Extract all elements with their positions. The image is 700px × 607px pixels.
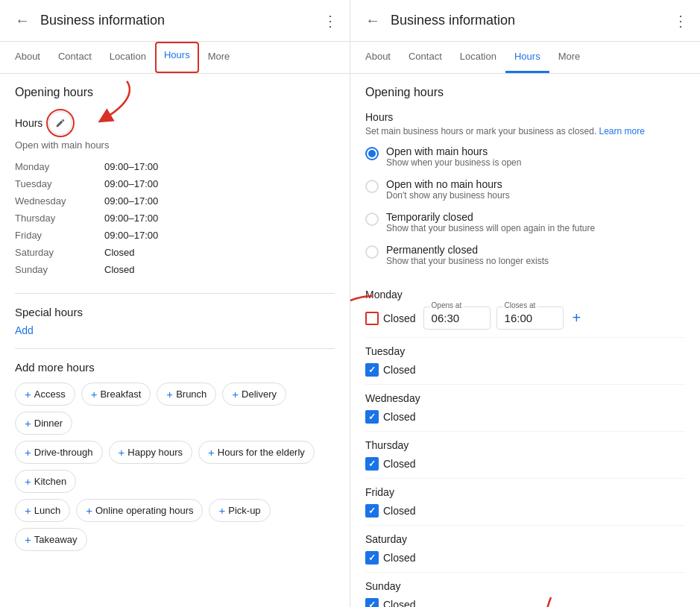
right-tab-contact[interactable]: Contact [400, 42, 451, 73]
chip-pickup[interactable]: +Pick-up [209, 499, 270, 522]
left-tab-about[interactable]: About [6, 42, 49, 73]
annotation-arrow-monday [350, 289, 380, 333]
wednesday-closed-checkbox[interactable]: Closed [365, 410, 685, 424]
tuesday-closed-checkbox[interactable]: Closed [365, 363, 685, 377]
saturday-closed-label: Closed [383, 552, 416, 564]
day-row-saturday: Saturday Closed [365, 526, 685, 573]
wednesday-label: Wednesday [365, 392, 685, 404]
radio-icon-perm-closed [365, 245, 379, 259]
day-row-monday: Monday Closed Opens at 06:30 Closes at 1… [365, 281, 685, 338]
radio-open-no-main[interactable]: Open with no main hours Don't show any b… [365, 178, 685, 201]
left-tab-location[interactable]: Location [101, 42, 155, 73]
thursday-label: Thursday [365, 439, 685, 451]
chip-happy-hours[interactable]: +Happy hours [109, 441, 192, 464]
thursday-closed-label: Closed [383, 458, 416, 470]
right-opening-hours-title: Opening hours [365, 86, 685, 99]
sunday-label: Sunday [365, 580, 685, 592]
tuesday-closed-label: Closed [383, 364, 416, 376]
table-row: Monday 09:00–17:00 [15, 158, 335, 175]
saturday-closed-checkbox[interactable]: Closed [365, 551, 685, 564]
chips-row-1: +Access +Breakfast +Brunch +Delivery +Di… [15, 383, 335, 435]
left-more-menu-button[interactable]: ⋮ [323, 12, 338, 30]
right-panel: ← Business information ⋮ About Contact L… [350, 0, 700, 607]
friday-closed-label: Closed [383, 505, 416, 517]
left-edit-hours-button[interactable] [48, 111, 72, 135]
chip-access[interactable]: +Access [15, 383, 75, 406]
day-row-wednesday: Wednesday Closed [365, 385, 685, 432]
thursday-closed-checkbox[interactable]: Closed [365, 457, 685, 471]
radio-icon-open-no-main [365, 180, 379, 193]
left-open-status: Open with main hours [15, 139, 335, 151]
left-hours-table: Monday 09:00–17:00 Tuesday 09:00–17:00 W… [15, 158, 335, 278]
friday-closed-checkbox[interactable]: Closed [365, 504, 685, 518]
table-row: Friday 09:00–17:00 [15, 227, 335, 244]
chip-brunch[interactable]: +Brunch [157, 383, 216, 406]
chip-dinner[interactable]: +Dinner [15, 412, 72, 435]
right-hours-subtitle: Set main business hours or mark your bus… [365, 126, 685, 136]
right-content: Opening hours Hours Set main business ho… [350, 74, 700, 607]
right-tab-more[interactable]: More [549, 42, 590, 73]
radio-open-main-hours[interactable]: Open with main hours Show when your busi… [365, 145, 685, 168]
left-back-button[interactable]: ← [12, 9, 33, 32]
right-more-menu-button[interactable]: ⋮ [673, 12, 688, 30]
day-row-tuesday: Tuesday Closed [365, 338, 685, 385]
right-back-button[interactable]: ← [362, 9, 383, 32]
friday-label: Friday [365, 486, 685, 498]
right-panel-title: Business information [391, 13, 666, 28]
sunday-closed-label: Closed [383, 599, 416, 607]
thursday-checkbox-icon [365, 457, 379, 471]
radio-icon-open-main [365, 147, 379, 160]
left-tab-hours[interactable]: Hours [155, 42, 199, 73]
monday-label: Monday [365, 289, 685, 301]
chip-drive-through[interactable]: +Drive-through [15, 441, 103, 464]
table-row: Thursday 09:00–17:00 [15, 210, 335, 227]
chips-row-2: +Drive-through +Happy hours +Hours for t… [15, 441, 335, 493]
chip-delivery[interactable]: +Delivery [222, 383, 286, 406]
chips-row-3: +Lunch +Online operating hours +Pick-up … [15, 499, 335, 551]
right-tab-about[interactable]: About [356, 42, 400, 73]
table-row: Wednesday 09:00–17:00 [15, 192, 335, 210]
table-row: Sunday Closed [15, 261, 335, 278]
left-tabs: About Contact Location Hours More [0, 42, 350, 74]
monday-add-time-button[interactable]: + [570, 306, 584, 330]
left-tab-more[interactable]: More [199, 42, 239, 73]
monday-opens-at[interactable]: Opens at 06:30 [423, 306, 491, 330]
wednesday-closed-label: Closed [383, 411, 416, 423]
chip-breakfast[interactable]: +Breakfast [81, 383, 151, 406]
right-hours-options: Hours Set main business hours or mark yo… [365, 111, 685, 266]
left-hours-header: Hours [15, 111, 335, 135]
radio-permanently-closed[interactable]: Permanently closed Show that your busine… [365, 244, 685, 266]
chip-hours-elderly[interactable]: +Hours for the elderly [198, 441, 315, 464]
learn-more-link[interactable]: Learn more [599, 126, 645, 136]
tuesday-label: Tuesday [365, 345, 685, 357]
chip-online-hours[interactable]: +Online operating hours [76, 499, 203, 522]
left-hours-label: Hours [15, 117, 42, 129]
chip-kitchen[interactable]: +Kitchen [15, 470, 76, 493]
right-tab-hours[interactable]: Hours [505, 42, 549, 73]
chip-takeaway[interactable]: +Takeaway [15, 528, 87, 551]
right-tab-location[interactable]: Location [451, 42, 505, 73]
left-panel: ← Business information ⋮ About Contact L… [0, 0, 350, 607]
right-hours-label: Hours [365, 111, 685, 123]
left-opening-hours-title: Opening hours [15, 86, 335, 99]
left-content: Opening hours Hours Open with main hours… [0, 74, 350, 607]
left-header: ← Business information ⋮ [0, 0, 350, 42]
monday-time-inputs: Opens at 06:30 Closes at 16:00 + [423, 306, 584, 330]
saturday-label: Saturday [365, 533, 685, 545]
table-row: Tuesday 09:00–17:00 [15, 175, 335, 192]
day-row-friday: Friday Closed [365, 479, 685, 526]
annotation-arrow-save [521, 594, 581, 607]
left-add-special-hours[interactable]: Add [15, 324, 34, 336]
tuesday-checkbox-icon [365, 363, 379, 377]
monday-closes-at[interactable]: Closes at 16:00 [496, 306, 564, 330]
monday-closed-label: Closed [383, 312, 416, 324]
right-header: ← Business information ⋮ [350, 0, 700, 42]
left-tab-contact[interactable]: Contact [49, 42, 101, 73]
chip-lunch[interactable]: +Lunch [15, 499, 70, 522]
left-special-hours-title: Special hours [15, 306, 335, 318]
radio-temporarily-closed[interactable]: Temporarily closed Show that your busine… [365, 211, 685, 233]
monday-controls: Closed Opens at 06:30 Closes at 16:00 + [365, 306, 685, 330]
friday-checkbox-icon [365, 504, 379, 518]
day-row-thursday: Thursday Closed [365, 432, 685, 479]
radio-icon-temp-closed [365, 213, 379, 226]
